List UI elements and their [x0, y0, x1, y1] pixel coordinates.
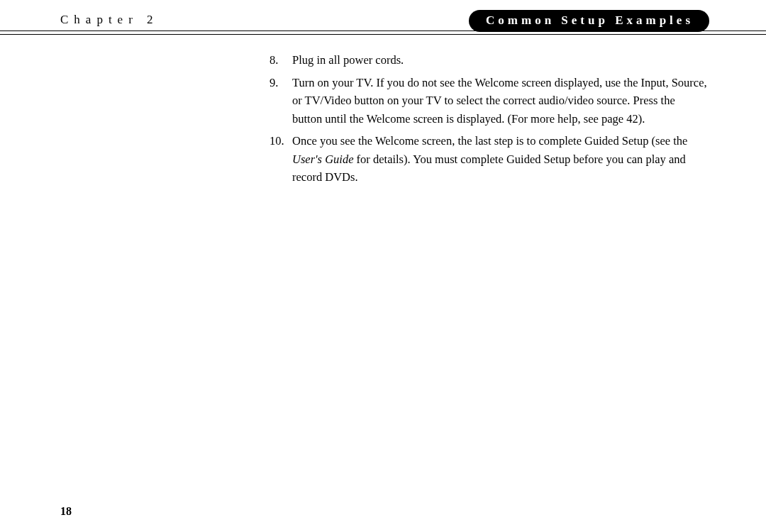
step-text-pre: Once you see the Welcome screen, the las… — [292, 134, 687, 148]
chapter-label: Chapter 2 — [60, 13, 159, 27]
step-text: Turn on your TV. If you do not see the W… — [292, 76, 707, 126]
step-text-italic: User's Guide — [292, 153, 353, 166]
step-text: Plug in all power cords. — [292, 53, 404, 67]
list-item: 9. Turn on your TV. If you do not see th… — [270, 74, 708, 128]
list-item: 10. Once you see the Welcome screen, the… — [270, 132, 708, 187]
setup-steps-list: 8. Plug in all power cords. 9. Turn on y… — [270, 51, 708, 187]
page-header: Chapter 2 Common Setup Examples — [0, 11, 766, 33]
step-number: 8. — [270, 51, 278, 70]
header-divider-top — [0, 31, 766, 31]
list-item: 8. Plug in all power cords. — [270, 51, 708, 70]
step-number: 10. — [270, 132, 284, 150]
header-divider-bottom — [0, 34, 766, 35]
page-number: 18 — [60, 505, 72, 518]
section-title-badge: Common Setup Examples — [469, 10, 709, 32]
step-number: 9. — [270, 74, 278, 92]
content-area: 8. Plug in all power cords. 9. Turn on y… — [270, 51, 708, 191]
